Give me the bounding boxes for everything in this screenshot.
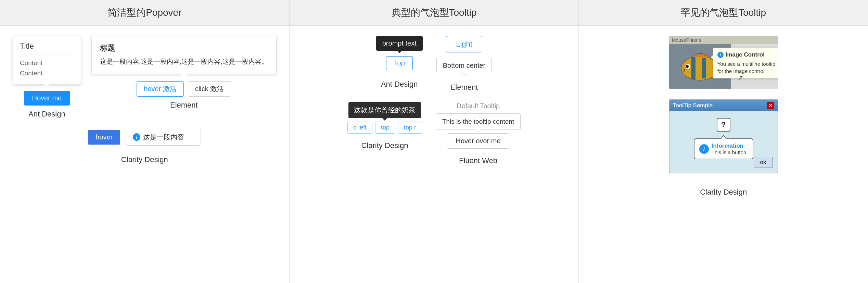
panel-popover: Title Content Content Hover me Ant Desig… [0, 26, 290, 283]
panel-typical-tooltip: prompt text Top Ant Design Light Bottom … [290, 26, 579, 283]
clarity-design-label: Clarity Design [121, 155, 168, 164]
balloon-subtitle: This is a button. [712, 149, 748, 155]
window-ok-button[interactable]: ok [754, 157, 773, 168]
tooltip-body-text: You see a multiline tooltip for the Imag… [717, 60, 777, 75]
clarity-tooltip-label: Clarity Design [361, 141, 408, 150]
image-control-screenshot: MousePnter s [669, 36, 778, 89]
fluent-tooltip-demo: Default Tooltip This is the tooltip cont… [436, 102, 521, 165]
info-balloon: i Information This is a button. [694, 138, 753, 159]
tooltip-title-text: Image Control [726, 51, 765, 58]
element-popover-content: 这是一段内容,这是一段内容,这是一段内容,这是一段内容。 [100, 56, 268, 67]
panel2-top-row: prompt text Top Ant Design Light Bottom … [296, 36, 572, 92]
svg-point-8 [686, 65, 689, 68]
clarity-info-text: 这是一段内容 [143, 133, 184, 142]
balloon-title: Information [712, 143, 748, 149]
ant-design-label: Ant Design [28, 110, 65, 119]
element-button-row: hover 激活 click 激活 [137, 81, 231, 97]
address-bar-text: MousePnter s [672, 37, 701, 43]
window-content-area: ? i Information This is a button. ok [669, 111, 778, 173]
panel1-clarity: hover i 这是一段内容 Clarity Design [7, 129, 282, 164]
header-col1: 简洁型的Popover [0, 0, 290, 25]
header-row: 简洁型的Popover 典型的气泡型Tooltip 罕见的气泡型Tooltip [0, 0, 868, 26]
element-popover-title: 标题 [100, 43, 268, 53]
popover-content1: Content [20, 58, 74, 68]
panel3-clarity-label: Clarity Design [700, 188, 747, 197]
window-close-button[interactable]: ✕ [767, 102, 774, 109]
fluent-web-label: Fluent Web [459, 156, 497, 165]
address-bar: MousePnter s [669, 36, 778, 44]
tooltip-sample-window: ToolTip Sample ✕ ? i Information This is… [669, 99, 778, 173]
hover-over-me-button[interactable]: Hover over me [447, 133, 509, 149]
clarity-tooltip-demo: 这款是你曾经的奶茶 o left top top r Clarity Desig… [347, 102, 422, 150]
popover-title: Title [20, 42, 74, 54]
info-icon: i [133, 133, 140, 141]
clarity-position-buttons: o left top top r [347, 122, 422, 134]
bottom-center-tooltip: Bottom center [436, 58, 492, 73]
panel2-bottom-row: 这款是你曾经的奶茶 o left top top r Clarity Desig… [296, 102, 572, 165]
panel-rare-tooltip: MousePnter s [579, 26, 868, 283]
clarity-dark-tooltip: 这款是你曾经的奶茶 [348, 102, 421, 118]
header-col2: 典型的气泡型Tooltip [290, 0, 579, 25]
hover-activate-button[interactable]: hover 激活 [137, 81, 184, 97]
pos-top-button[interactable]: top [375, 122, 395, 134]
header-col3: 罕见的气泡型Tooltip [579, 0, 868, 25]
question-button[interactable]: ? [717, 118, 730, 132]
light-button[interactable]: Light [446, 36, 482, 52]
hover-me-button[interactable]: Hover me [24, 91, 70, 106]
content-row: Title Content Content Hover me Ant Desig… [0, 26, 868, 283]
element-popover-demo: 标题 这是一段内容,这是一段内容,这是一段内容,这是一段内容。 hover 激活… [91, 36, 277, 110]
element-label: Element [170, 101, 198, 110]
tooltip-title-row: i Image Control [717, 51, 777, 58]
clarity-row: hover i 这是一段内容 [88, 129, 201, 146]
fluent-default-label: Default Tooltip [457, 102, 500, 110]
screenshot-top-area: i Image Control You see a multiline tool… [669, 44, 778, 89]
panel1-top-row: Title Content Content Hover me Ant Desig… [7, 36, 282, 119]
window-titlebar: ToolTip Sample ✕ [669, 100, 778, 111]
balloon-text: Information This is a button. [712, 143, 748, 155]
fluent-tooltip-content: This is the tooltip content [436, 113, 521, 130]
ant-popover-box: Title Content Content [13, 36, 81, 85]
ant-design-popover-demo: Title Content Content Hover me Ant Desig… [13, 36, 81, 119]
svg-rect-4 [691, 57, 695, 79]
clarity-info-tooltip: i 这是一段内容 [126, 129, 201, 146]
ant-tooltip-demo: prompt text Top Ant Design [376, 36, 423, 89]
ant-design-tooltip-label: Ant Design [381, 80, 418, 89]
cursor-icon: ↗ [738, 74, 743, 82]
clarity-hover-button[interactable]: hover [88, 130, 120, 145]
window-title: ToolTip Sample [673, 102, 713, 109]
popover-content2: Content [20, 68, 74, 78]
image-control-tooltip: i Image Control You see a multiline tool… [713, 48, 778, 78]
element-tooltip-label: Element [450, 83, 478, 92]
pos-top-right-button[interactable]: top r [398, 122, 422, 134]
svg-rect-5 [702, 58, 706, 78]
ant-top-button[interactable]: Top [386, 56, 413, 70]
element-popover-box: 标题 这是一段内容,这是一段内容,这是一段内容,这是一段内容。 [91, 36, 277, 74]
click-activate-button[interactable]: click 激活 [188, 81, 231, 97]
pos-left-button[interactable]: o left [347, 122, 372, 134]
ant-dark-tooltip: prompt text [376, 36, 423, 51]
tooltip-info-icon: i [717, 52, 724, 58]
balloon-info-icon: i [699, 144, 709, 154]
element-tooltip-demo: Light Bottom center Element [436, 36, 492, 92]
